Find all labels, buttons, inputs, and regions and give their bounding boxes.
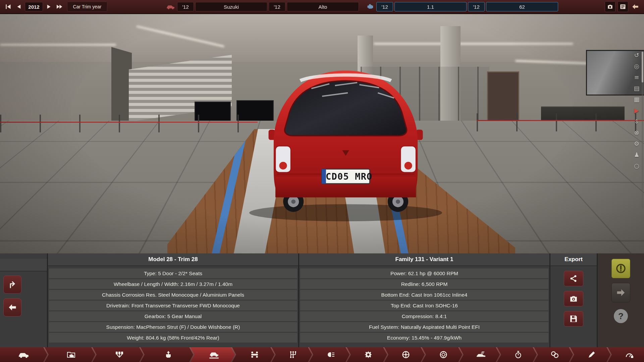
- export-save-button[interactable]: [564, 311, 583, 326]
- barrier-rope: [477, 120, 644, 121]
- ceiling-light: [0, 44, 116, 46]
- license-plate-text: CD05 MRO: [326, 171, 373, 182]
- skip-back-icon: [5, 3, 11, 10]
- tab-aerodynamics[interactable]: [460, 347, 500, 362]
- tab-gearing[interactable]: [347, 347, 387, 362]
- engine-variant-year-badge[interactable]: '12: [468, 2, 485, 11]
- spec-row: Weight: 804.6 kg (58% Front/42% Rear): [49, 333, 297, 343]
- ceiling-light: [374, 43, 573, 45]
- discard-icon[interactable]: ⊗: [633, 128, 641, 136]
- spec-row: Power: 62.1 hp @ 6000 RPM: [300, 268, 548, 278]
- tab-tyres[interactable]: [534, 347, 573, 362]
- panel-icon[interactable]: ▤: [633, 84, 641, 92]
- spec-row: Compression: 8.4:1: [300, 311, 548, 321]
- spec-row: Type: 5 Door - 2/2* Seats: [49, 268, 297, 278]
- fast-forward-icon: [56, 4, 63, 10]
- show-list-button[interactable]: [618, 1, 628, 12]
- grid-icon[interactable]: ▦: [633, 95, 641, 103]
- orbit-camera-icon[interactable]: ◎: [633, 62, 641, 70]
- car-shadow: [250, 204, 442, 221]
- mode-label: Car Trim year: [67, 2, 107, 12]
- play-icon: [46, 4, 52, 10]
- car-icon: [165, 3, 176, 10]
- help-button[interactable]: ?: [614, 309, 628, 323]
- make-selector[interactable]: Suzuki: [195, 2, 267, 11]
- back-step-button[interactable]: [3, 298, 21, 316]
- spec-row: Chassis Corrosion Res. Steel Monocoque /…: [49, 290, 297, 300]
- export-button-stack: [550, 266, 597, 326]
- showroom-viewport[interactable]: CD05 MRO ↺◎≡▤▦▶⇩⊗⚙♟○: [0, 14, 644, 253]
- skip-first-year-button[interactable]: [3, 2, 13, 11]
- engine-family-year-badge[interactable]: '12: [376, 2, 393, 11]
- tab-detailing[interactable]: [570, 347, 610, 362]
- tab-car-trim-summary[interactable]: [191, 347, 235, 362]
- next-year-button[interactable]: [44, 2, 54, 11]
- back-arrow-icon: [631, 3, 639, 10]
- tab-engine-family-manager[interactable]: [45, 347, 95, 362]
- trim-year-badge[interactable]: '12: [177, 2, 194, 11]
- return-to-overview-button[interactable]: [3, 276, 21, 294]
- engine-stats-column: Family 131 - Variant 1 Power: 62.1 hp @ …: [299, 253, 549, 347]
- top-toolbar: 2012 Car Trim year '12 Suzuki '12 Alto '…: [0, 0, 644, 14]
- photo-mode-button[interactable]: [605, 1, 615, 12]
- year-field[interactable]: 2012: [25, 2, 43, 11]
- step-back-icon: [16, 4, 22, 10]
- tab-brakes[interactable]: [422, 347, 462, 362]
- spec-row: Gearbox: 5 Gear Manual: [49, 311, 297, 321]
- tab-fixtures-lights[interactable]: [309, 347, 350, 362]
- model-selector[interactable]: Alto: [287, 2, 359, 11]
- tab-testing[interactable]: [608, 347, 644, 362]
- spec-row: Suspension: MacPherson Strut (F) / Doubl…: [49, 322, 297, 332]
- barrier-rope: [0, 122, 258, 123]
- tab-engine-bottom-end[interactable]: [93, 347, 143, 362]
- model-spec-list: Type: 5 Door - 2/2* SeatsWheelbase / Len…: [48, 268, 298, 343]
- warnings-button[interactable]: [611, 259, 630, 278]
- tab-drivetrain[interactable]: [272, 347, 312, 362]
- engine-icon: [364, 3, 376, 10]
- undo-icon[interactable]: ↺: [633, 51, 641, 59]
- skip-last-year-button[interactable]: [55, 2, 64, 11]
- play-icon[interactable]: ▶: [633, 106, 641, 114]
- spec-row: Top End: Cast Iron SOHC-16: [300, 301, 548, 310]
- spec-row: Redline: 6,500 RPM: [300, 279, 548, 289]
- walk-mode-icon[interactable]: ♟: [633, 150, 641, 159]
- family-title: Family 131 - Variant 1: [299, 253, 549, 266]
- family-spec-list: Power: 62.1 hp @ 6000 RPMRedline: 6,500 …: [299, 268, 549, 343]
- engine-variant-selector[interactable]: 62: [486, 2, 558, 11]
- camera-icon: [607, 3, 613, 10]
- forward-arrow-icon: [616, 288, 626, 298]
- export-share-button[interactable]: [564, 271, 583, 286]
- automation-game-window: 2012 Car Trim year '12 Suzuki '12 Alto '…: [0, 0, 644, 362]
- next-step-button[interactable]: [611, 283, 630, 302]
- viewport-tool-strip: ↺◎≡▤▦▶⇩⊗⚙♟○: [633, 51, 641, 170]
- viewport-scrollbar-thumb[interactable]: [642, 52, 643, 82]
- tab-test-track[interactable]: [497, 347, 537, 362]
- export-column: Export: [550, 253, 597, 347]
- tab-engine-top-end[interactable]: [141, 347, 193, 362]
- barrier-posts: [0, 115, 258, 133]
- export-photo-button[interactable]: [564, 291, 583, 306]
- nav-column-header: [0, 259, 47, 272]
- back-button[interactable]: [630, 2, 640, 12]
- download-icon[interactable]: ⇩: [633, 117, 641, 125]
- spec-row: Bottom End: Cast Iron 1061cc Inline4: [300, 290, 548, 300]
- settings-icon[interactable]: ⚙: [633, 139, 641, 147]
- tab-wheels[interactable]: [384, 347, 425, 362]
- tab-car-body-design[interactable]: [0, 347, 47, 362]
- car-model[interactable]: CD05 MRO: [246, 62, 445, 225]
- center-view-icon[interactable]: ○: [633, 162, 641, 170]
- showroom-ceiling: [0, 14, 644, 62]
- spec-row: Drivetrain: Front Transverse Transverse …: [49, 301, 297, 310]
- back-arrow-icon: [8, 303, 17, 312]
- spec-row: Fuel System: Naturally Aspirated Multi P…: [300, 322, 548, 332]
- tab-chassis[interactable]: [232, 347, 274, 362]
- barrier-posts: [477, 113, 644, 131]
- spec-row: Wheelbase / Length / Width: 2.16m / 3.27…: [49, 279, 297, 289]
- prev-year-button[interactable]: [14, 2, 23, 11]
- model-year-badge[interactable]: '12: [269, 2, 285, 11]
- bottom-tab-bar: [0, 347, 644, 362]
- stats-panel: Model 28 - Trim 28 Type: 5 Door - 2/2* S…: [0, 253, 644, 347]
- engine-family-selector[interactable]: 1.1: [394, 2, 467, 11]
- export-title: Export: [550, 253, 597, 266]
- menu-icon[interactable]: ≡: [633, 73, 641, 81]
